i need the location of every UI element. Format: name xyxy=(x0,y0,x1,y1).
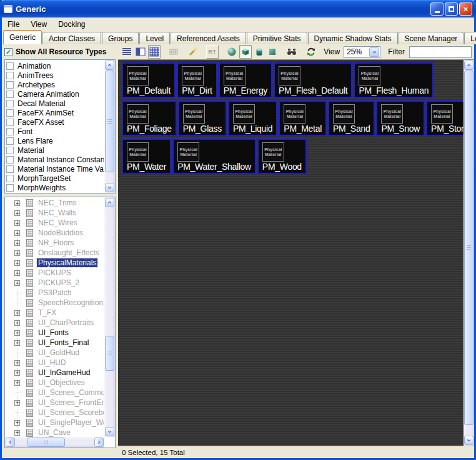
resource-type-checkbox[interactable] xyxy=(6,100,14,107)
tree-item[interactable]: T_FX xyxy=(6,308,104,318)
tab-dynamic-shadow-stats[interactable]: Dynamic Shadow Stats xyxy=(308,32,398,44)
tree-item[interactable]: UI_Scenes_Scoreboards xyxy=(6,408,104,418)
zoom-select[interactable]: 25% xyxy=(344,46,380,58)
tree-item[interactable]: UI_Objectives xyxy=(6,378,104,388)
resource-type-row[interactable]: Material Instance Time Varyin xyxy=(6,164,104,174)
tree-item[interactable]: UI_SinglePlayer_World xyxy=(6,418,104,428)
asset-canvas[interactable]: PhysicalMaterialPM_DefaultPhysicalMateri… xyxy=(118,59,474,446)
tree-item[interactable]: Onslaught_Effects xyxy=(6,248,104,258)
resource-type-checkbox[interactable] xyxy=(6,109,14,117)
resource-type-checkbox[interactable] xyxy=(6,165,14,173)
plane-primitive-button[interactable] xyxy=(266,45,279,59)
asset-tile[interactable]: PhysicalMaterialPM_Default xyxy=(122,62,176,98)
tab-referenced-assets[interactable]: Referenced Assets xyxy=(171,32,246,44)
menu-docking[interactable]: Docking xyxy=(52,19,91,30)
resource-type-row[interactable]: Font xyxy=(6,127,104,136)
show-all-resource-types-row[interactable]: ✓ Show All Resource Types xyxy=(4,46,106,58)
scroll-up-button[interactable] xyxy=(105,61,114,70)
expand-plus-icon[interactable] xyxy=(14,380,20,386)
scroll-up-button[interactable] xyxy=(105,198,114,207)
asset-tile[interactable]: PhysicalMaterialPM_Metal xyxy=(279,100,327,136)
tree-item[interactable]: NR_Floors xyxy=(6,238,104,248)
refresh-button[interactable] xyxy=(305,45,317,59)
asset-tile[interactable]: PhysicalMaterialPM_Wood xyxy=(257,139,307,174)
scrollbar-thumb[interactable] xyxy=(105,336,114,371)
resource-type-row[interactable]: Material Instance Constant xyxy=(6,155,104,164)
resource-type-checkbox[interactable] xyxy=(6,147,14,154)
expand-plus-icon[interactable] xyxy=(14,220,20,226)
scroll-up-button[interactable] xyxy=(464,61,474,70)
resource-type-checkbox[interactable] xyxy=(6,72,14,79)
tree-item[interactable]: UI_Scenes_Common xyxy=(6,388,104,398)
expand-plus-icon[interactable] xyxy=(14,240,20,246)
tab-scene-manager[interactable]: Scene Manager xyxy=(399,32,464,44)
scroll-down-button[interactable] xyxy=(464,436,474,445)
menu-view[interactable]: View xyxy=(25,19,52,30)
resource-type-checkbox[interactable] xyxy=(6,62,14,70)
tree-item[interactable]: PICKUPS_2 xyxy=(6,278,104,288)
scroll-down-button[interactable] xyxy=(105,183,114,192)
canvas-scrollbar[interactable] xyxy=(464,60,474,446)
asset-tile[interactable]: PhysicalMaterialPM_Energy xyxy=(219,62,272,98)
resource-type-row[interactable]: MorphWeights xyxy=(6,183,104,192)
tree-item[interactable]: SpeechRecognition xyxy=(6,298,104,308)
asset-tile[interactable]: PhysicalMaterialPM_Water_Shallow xyxy=(172,139,256,174)
scrollbar-thumb[interactable] xyxy=(105,71,114,172)
tree-item[interactable]: UI_Fonts_Final xyxy=(6,338,104,348)
search-button[interactable] xyxy=(285,45,298,59)
tree-item[interactable]: NEC_Walls xyxy=(6,208,104,218)
expand-plus-icon[interactable] xyxy=(14,280,20,286)
expand-plus-icon[interactable] xyxy=(14,270,20,276)
show-all-checkbox[interactable]: ✓ xyxy=(4,48,12,56)
expand-plus-icon[interactable] xyxy=(14,260,20,266)
combo-dropdown-button[interactable] xyxy=(369,47,379,57)
asset-tile[interactable]: PhysicalMaterialPM_Snow xyxy=(376,100,425,136)
tab-level[interactable]: Level xyxy=(139,32,170,44)
detail-grid-button[interactable] xyxy=(167,45,180,59)
expand-plus-icon[interactable] xyxy=(14,370,20,376)
tree-item[interactable]: PS3Patch xyxy=(6,288,104,298)
scrollbar-thumb[interactable] xyxy=(27,438,65,447)
tab-log[interactable]: Log xyxy=(464,32,476,44)
tree-item[interactable]: UI_Fonts xyxy=(6,328,104,338)
asset-tile[interactable]: PhysicalMaterialPM_Flesh_Default xyxy=(274,62,352,98)
scroll-down-button[interactable] xyxy=(105,427,114,436)
tree-item[interactable]: NodeBuddies xyxy=(6,228,104,238)
split-view-button[interactable] xyxy=(134,45,147,59)
menu-file[interactable]: File xyxy=(2,19,25,30)
expand-plus-icon[interactable] xyxy=(14,200,20,206)
resource-type-row[interactable]: MorphTargetSet xyxy=(6,174,104,183)
scroll-left-button[interactable] xyxy=(6,438,15,447)
title-bar[interactable]: Generic × xyxy=(0,0,476,17)
asset-tile[interactable]: PhysicalMaterialPM_Liquid xyxy=(228,100,277,136)
tree-item[interactable]: UN_Cave xyxy=(6,428,104,437)
asset-tile[interactable]: PhysicalMaterialPM_Dirt xyxy=(177,62,217,98)
resource-type-row[interactable]: AnimTrees xyxy=(6,71,104,80)
resource-type-checkbox[interactable] xyxy=(6,175,14,182)
resource-list-scrollbar[interactable] xyxy=(104,60,115,193)
tree-item[interactable]: NEC_Wires xyxy=(6,218,104,228)
resource-type-row[interactable]: FaceFX Asset xyxy=(6,117,104,127)
tree-item[interactable]: UI_HUD xyxy=(6,358,104,368)
tab-actor-classes[interactable]: Actor Classes xyxy=(42,32,101,44)
asset-tile[interactable]: PhysicalMaterialPM_Water xyxy=(122,139,171,174)
scrollbar-thumb[interactable] xyxy=(464,71,474,425)
resource-type-checkbox[interactable] xyxy=(6,156,14,164)
tree-v-scrollbar[interactable] xyxy=(104,197,115,437)
resource-type-checkbox[interactable] xyxy=(6,91,14,98)
tree-item[interactable]: UI_GoldHud xyxy=(6,348,104,358)
cube-primitive-button[interactable] xyxy=(239,45,252,59)
resource-type-row[interactable]: Camera Animation xyxy=(6,89,104,99)
expand-plus-icon[interactable] xyxy=(14,320,20,326)
close-button[interactable]: × xyxy=(459,2,472,16)
tree-item[interactable]: UI_InGameHud xyxy=(6,368,104,378)
tree-item[interactable]: UI_Scenes_FrontEnd xyxy=(6,398,104,408)
asset-tile[interactable]: PhysicalMaterialPM_Flesh_Human xyxy=(354,62,434,98)
asset-tile[interactable]: PhysicalMaterialPM_Foliage xyxy=(122,100,177,136)
scroll-right-button[interactable] xyxy=(94,438,104,447)
tree-item[interactable]: PICKUPS xyxy=(6,268,104,278)
resource-type-row[interactable]: Animation xyxy=(6,61,104,71)
tab-groups[interactable]: Groups xyxy=(102,32,139,44)
realtime-preview-button[interactable]: RT xyxy=(206,45,219,59)
usage-tool-button[interactable] xyxy=(187,45,199,59)
